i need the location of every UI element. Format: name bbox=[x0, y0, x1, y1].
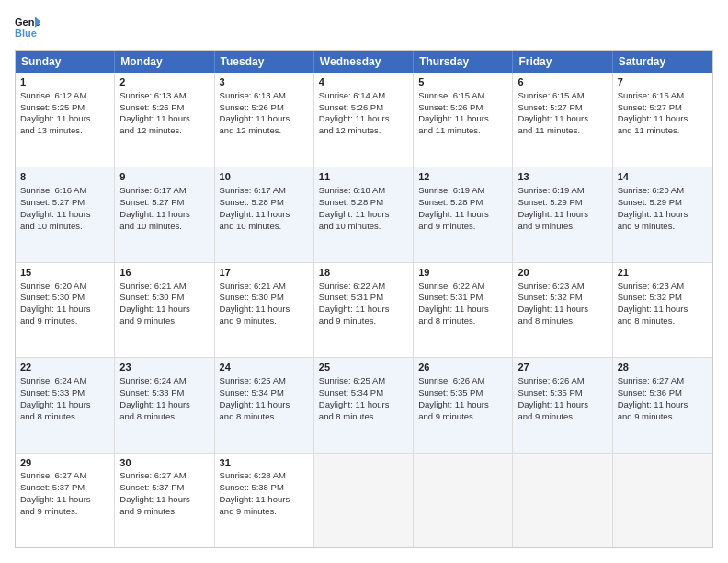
day-number: 25 bbox=[319, 361, 408, 374]
day-info: Sunrise: 6:15 AM bbox=[418, 90, 507, 102]
day-info: Sunset: 5:27 PM bbox=[618, 102, 708, 114]
day-info: and 8 minutes. bbox=[220, 411, 309, 423]
day-info: and 9 minutes. bbox=[220, 506, 309, 518]
day-info: and 11 minutes. bbox=[418, 125, 507, 137]
page: General Blue SundayMondayTuesdayWednesda… bbox=[0, 0, 728, 563]
day-number: 16 bbox=[119, 266, 209, 280]
day-info: Daylight: 11 hours bbox=[618, 399, 708, 411]
day-info: Sunrise: 6:27 AM bbox=[618, 375, 708, 387]
weekday-header: Sunday bbox=[16, 51, 115, 73]
day-info: and 9 minutes. bbox=[119, 316, 209, 327]
day-cell: 7Sunrise: 6:16 AMSunset: 5:27 PMDaylight… bbox=[613, 73, 712, 167]
day-number: 7 bbox=[618, 75, 708, 89]
empty-cell bbox=[314, 454, 414, 547]
calendar-row: 1Sunrise: 6:12 AMSunset: 5:25 PMDaylight… bbox=[16, 73, 712, 167]
day-info: and 9 minutes. bbox=[418, 411, 507, 423]
day-info: Sunset: 5:35 PM bbox=[418, 387, 507, 399]
day-info: Sunrise: 6:24 AM bbox=[119, 375, 209, 387]
day-cell: 2Sunrise: 6:13 AMSunset: 5:26 PMDaylight… bbox=[115, 73, 214, 167]
day-info: Daylight: 11 hours bbox=[518, 399, 607, 411]
day-info: and 12 minutes. bbox=[119, 125, 209, 137]
day-info: Sunrise: 6:25 AM bbox=[319, 375, 408, 387]
day-info: Sunrise: 6:17 AM bbox=[119, 185, 209, 197]
day-info: Daylight: 11 hours bbox=[119, 209, 209, 221]
calendar-row: 29Sunrise: 6:27 AMSunset: 5:37 PMDayligh… bbox=[16, 453, 712, 547]
day-info: and 8 minutes. bbox=[119, 411, 209, 423]
day-cell: 13Sunrise: 6:19 AMSunset: 5:29 PMDayligh… bbox=[513, 167, 612, 261]
day-number: 9 bbox=[119, 170, 209, 184]
day-cell: 14Sunrise: 6:20 AMSunset: 5:29 PMDayligh… bbox=[613, 167, 712, 261]
day-number: 14 bbox=[618, 170, 708, 184]
day-number: 19 bbox=[418, 266, 507, 280]
day-info: Daylight: 11 hours bbox=[418, 399, 507, 411]
empty-cell bbox=[613, 454, 712, 547]
day-info: Daylight: 11 hours bbox=[618, 209, 708, 221]
day-info: Sunrise: 6:22 AM bbox=[418, 281, 507, 293]
day-cell: 28Sunrise: 6:27 AMSunset: 5:36 PMDayligh… bbox=[613, 358, 712, 452]
day-info: Daylight: 11 hours bbox=[518, 113, 607, 125]
weekday-header: Monday bbox=[115, 51, 214, 73]
day-info: Daylight: 11 hours bbox=[319, 113, 408, 125]
day-cell: 18Sunrise: 6:22 AMSunset: 5:31 PMDayligh… bbox=[314, 263, 414, 357]
day-number: 29 bbox=[20, 456, 109, 470]
day-info: and 9 minutes. bbox=[20, 506, 109, 518]
day-info: Sunset: 5:27 PM bbox=[20, 197, 109, 209]
day-info: Daylight: 11 hours bbox=[319, 209, 408, 221]
day-info: and 12 minutes. bbox=[319, 125, 408, 137]
day-info: Daylight: 11 hours bbox=[418, 209, 507, 221]
calendar-row: 8Sunrise: 6:16 AMSunset: 5:27 PMDaylight… bbox=[16, 167, 712, 261]
day-info: and 9 minutes. bbox=[319, 316, 408, 327]
day-cell: 20Sunrise: 6:23 AMSunset: 5:32 PMDayligh… bbox=[513, 263, 612, 357]
day-info: and 9 minutes. bbox=[518, 411, 607, 423]
day-info: Daylight: 11 hours bbox=[418, 304, 507, 316]
day-info: Sunrise: 6:20 AM bbox=[618, 185, 708, 197]
day-info: and 8 minutes. bbox=[518, 316, 607, 327]
day-cell: 31Sunrise: 6:28 AMSunset: 5:38 PMDayligh… bbox=[215, 454, 314, 547]
day-cell: 25Sunrise: 6:25 AMSunset: 5:34 PMDayligh… bbox=[314, 358, 414, 452]
day-cell: 4Sunrise: 6:14 AMSunset: 5:26 PMDaylight… bbox=[314, 73, 414, 167]
day-number: 17 bbox=[220, 266, 309, 280]
calendar: SundayMondayTuesdayWednesdayThursdayFrid… bbox=[15, 50, 713, 548]
day-info: Sunset: 5:26 PM bbox=[220, 102, 309, 114]
day-info: and 11 minutes. bbox=[518, 125, 607, 137]
svg-text:Blue: Blue bbox=[15, 28, 37, 39]
day-number: 23 bbox=[119, 361, 209, 374]
day-number: 8 bbox=[20, 170, 109, 184]
day-info: and 9 minutes. bbox=[220, 316, 309, 327]
day-info: Sunrise: 6:14 AM bbox=[319, 90, 408, 102]
day-number: 2 bbox=[119, 75, 209, 89]
day-number: 26 bbox=[418, 361, 507, 374]
calendar-header: SundayMondayTuesdayWednesdayThursdayFrid… bbox=[16, 51, 712, 73]
day-info: Sunset: 5:26 PM bbox=[319, 102, 408, 114]
empty-cell bbox=[513, 454, 612, 547]
day-info: and 8 minutes. bbox=[319, 411, 408, 423]
weekday-header: Wednesday bbox=[314, 51, 414, 73]
day-info: Daylight: 11 hours bbox=[319, 399, 408, 411]
day-info: and 12 minutes. bbox=[220, 125, 309, 137]
day-info: and 9 minutes. bbox=[618, 411, 708, 423]
day-cell: 26Sunrise: 6:26 AMSunset: 5:35 PMDayligh… bbox=[414, 358, 513, 452]
day-info: Sunset: 5:28 PM bbox=[418, 197, 507, 209]
day-cell: 27Sunrise: 6:26 AMSunset: 5:35 PMDayligh… bbox=[513, 358, 612, 452]
day-info: Sunset: 5:30 PM bbox=[20, 292, 109, 304]
day-number: 12 bbox=[418, 170, 507, 184]
calendar-row: 22Sunrise: 6:24 AMSunset: 5:33 PMDayligh… bbox=[16, 357, 712, 452]
day-info: Sunset: 5:31 PM bbox=[418, 292, 507, 304]
day-info: Sunset: 5:27 PM bbox=[119, 197, 209, 209]
day-info: and 10 minutes. bbox=[220, 221, 309, 233]
day-info: Daylight: 11 hours bbox=[518, 209, 607, 221]
day-info: Sunset: 5:31 PM bbox=[319, 292, 408, 304]
day-info: Daylight: 11 hours bbox=[518, 304, 607, 316]
day-info: Daylight: 11 hours bbox=[418, 113, 507, 125]
day-info: Sunrise: 6:26 AM bbox=[418, 375, 507, 387]
day-number: 27 bbox=[518, 361, 607, 374]
day-info: Sunrise: 6:23 AM bbox=[618, 281, 708, 293]
day-number: 1 bbox=[20, 75, 109, 89]
day-info: Sunset: 5:28 PM bbox=[220, 197, 309, 209]
day-info: Sunrise: 6:23 AM bbox=[518, 281, 607, 293]
day-number: 20 bbox=[518, 266, 607, 280]
day-info: Sunset: 5:35 PM bbox=[518, 387, 607, 399]
day-info: Daylight: 11 hours bbox=[20, 399, 109, 411]
day-cell: 3Sunrise: 6:13 AMSunset: 5:26 PMDaylight… bbox=[215, 73, 314, 167]
day-cell: 23Sunrise: 6:24 AMSunset: 5:33 PMDayligh… bbox=[115, 358, 214, 452]
